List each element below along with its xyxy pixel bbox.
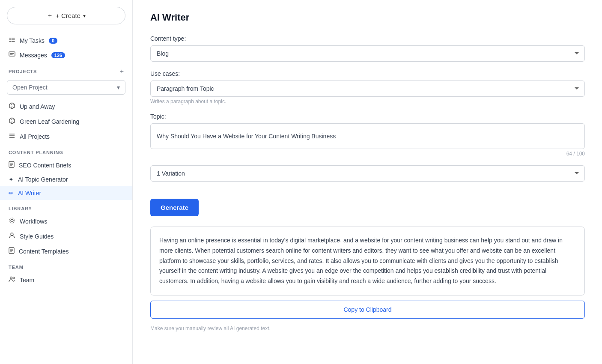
library-label: LIBRARY bbox=[9, 206, 32, 211]
chevron-down-icon: ▾ bbox=[83, 13, 86, 19]
ai-topic-icon: ✦ bbox=[9, 176, 14, 183]
messages-badge: 126 bbox=[51, 52, 65, 58]
ai-disclaimer: Make sure you manually review all AI gen… bbox=[150, 325, 585, 331]
sidebar-item-green-leaf[interactable]: Green Leaf Gardening bbox=[0, 114, 132, 129]
team-icon bbox=[9, 276, 15, 284]
sidebar-item-my-tasks[interactable]: My Tasks 0 bbox=[0, 33, 132, 48]
create-label: + Create bbox=[56, 12, 80, 19]
sidebar-item-messages[interactable]: Messages 126 bbox=[0, 48, 132, 62]
sidebar-item-team[interactable]: Team bbox=[0, 272, 132, 287]
sidebar-item-ai-topic-generator[interactable]: ✦ AI Topic Generator bbox=[0, 173, 132, 186]
copy-to-clipboard-button[interactable]: Copy to Clipboard bbox=[150, 301, 585, 319]
tasks-icon bbox=[9, 36, 15, 45]
library-section-header: LIBRARY bbox=[0, 200, 132, 214]
ai-writer-label: AI Writer bbox=[18, 190, 41, 197]
use-cases-label: Use cases: bbox=[150, 70, 585, 77]
svg-point-16 bbox=[11, 233, 13, 236]
ai-topic-generator-label: AI Topic Generator bbox=[18, 176, 68, 183]
sidebar-item-ai-writer[interactable]: ✏ AI Writer bbox=[0, 186, 132, 200]
topic-counter: 64 / 100 bbox=[150, 151, 585, 157]
team-section-label: TEAM bbox=[9, 265, 24, 270]
all-projects-icon bbox=[9, 132, 15, 140]
sidebar: ＋ + Create ▾ My Tasks 0 Messages 126 bbox=[0, 0, 133, 364]
sidebar-item-up-and-away[interactable]: Up and Away bbox=[0, 99, 132, 114]
open-project-chevron: ▾ bbox=[117, 84, 120, 91]
use-cases-group: Use cases: Paragraph from Topic Blog Int… bbox=[150, 70, 585, 104]
output-box: Having an online presence is essential i… bbox=[150, 227, 585, 295]
main-content: AI Writer Content type: Blog Article Soc… bbox=[133, 0, 602, 364]
content-templates-label: Content Templates bbox=[19, 248, 69, 255]
svg-point-22 bbox=[13, 277, 15, 279]
seo-icon bbox=[9, 161, 15, 169]
cube-icon bbox=[9, 102, 15, 110]
topic-label: Topic: bbox=[150, 113, 585, 120]
page-title: AI Writer bbox=[150, 12, 585, 23]
sidebar-item-style-guides[interactable]: Style Guides bbox=[0, 229, 132, 244]
output-text: Having an online presence is essential i… bbox=[159, 236, 576, 286]
my-tasks-label: My Tasks bbox=[20, 37, 45, 44]
sidebar-item-all-projects[interactable]: All Projects bbox=[0, 129, 132, 144]
topic-input[interactable] bbox=[150, 123, 585, 149]
open-project-label: Open Project bbox=[12, 84, 48, 91]
svg-rect-6 bbox=[9, 52, 15, 56]
sidebar-item-workflows[interactable]: Workflows bbox=[0, 214, 132, 229]
svg-point-21 bbox=[10, 277, 12, 279]
sidebar-item-seo-content-briefs[interactable]: SEO Content Briefs bbox=[0, 158, 132, 173]
content-planning-section-header: CONTENT PLANNING bbox=[0, 144, 132, 158]
projects-section-header: PROJECTS + bbox=[0, 62, 132, 78]
sidebar-item-content-templates[interactable]: Content Templates bbox=[0, 244, 132, 259]
my-tasks-badge: 0 bbox=[49, 38, 57, 44]
content-planning-label: CONTENT PLANNING bbox=[9, 150, 63, 155]
projects-label: PROJECTS bbox=[9, 69, 37, 74]
style-guides-icon bbox=[9, 232, 15, 240]
svg-point-14 bbox=[11, 219, 13, 222]
messages-label: Messages bbox=[20, 52, 47, 59]
content-type-label: Content type: bbox=[150, 35, 585, 42]
use-cases-hint: Writes a paragraph about a topic. bbox=[150, 98, 585, 104]
topic-group: Topic: 64 / 100 bbox=[150, 113, 585, 157]
workflows-icon bbox=[9, 217, 15, 225]
team-section-header: TEAM bbox=[0, 259, 132, 272]
variation-group: 1 Variation 2 Variations 3 Variations bbox=[150, 165, 585, 190]
svg-point-15 bbox=[9, 218, 15, 223]
workflows-label: Workflows bbox=[20, 218, 47, 225]
content-templates-icon bbox=[9, 247, 15, 255]
style-guides-label: Style Guides bbox=[20, 233, 54, 240]
create-button[interactable]: ＋ + Create ▾ bbox=[7, 7, 125, 24]
ai-writer-icon: ✏ bbox=[9, 190, 14, 197]
generate-button[interactable]: Generate bbox=[150, 199, 199, 216]
add-project-button[interactable]: + bbox=[120, 68, 124, 75]
up-and-away-label: Up and Away bbox=[20, 103, 55, 110]
green-leaf-label: Green Leaf Gardening bbox=[20, 118, 79, 125]
use-cases-select[interactable]: Paragraph from Topic Blog Introduction B… bbox=[150, 81, 585, 97]
variation-select[interactable]: 1 Variation 2 Variations 3 Variations bbox=[150, 165, 585, 182]
plus-icon: ＋ bbox=[47, 12, 53, 20]
seo-content-briefs-label: SEO Content Briefs bbox=[19, 162, 71, 169]
all-projects-label: All Projects bbox=[20, 133, 50, 140]
content-type-group: Content type: Blog Article Social Post E… bbox=[150, 35, 585, 62]
team-label: Team bbox=[20, 277, 34, 283]
open-project-select[interactable]: Open Project ▾ bbox=[7, 80, 125, 95]
messages-icon bbox=[9, 51, 15, 59]
leaf-cube-icon bbox=[9, 117, 15, 125]
content-type-select[interactable]: Blog Article Social Post Email bbox=[150, 45, 585, 62]
